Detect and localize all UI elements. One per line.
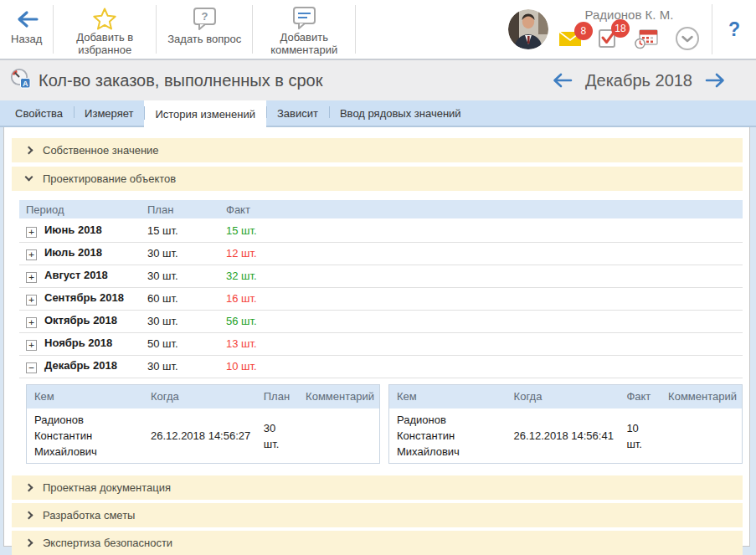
- fact-value: 13 шт.: [219, 332, 743, 355]
- detail-row: Радионов Константин Михайлович26.12.2018…: [389, 409, 743, 464]
- fact-value: 16 шт.: [219, 287, 743, 310]
- accordion-label: Собственное значение: [43, 144, 159, 157]
- detail-who: Радионов Константин Михайлович: [389, 409, 507, 464]
- period-table: Период План Факт +Июнь 201815 шт.15 шт.+…: [19, 200, 743, 378]
- ask-question-button[interactable]: ? Задать вопрос: [157, 0, 252, 59]
- calendar-button[interactable]: [634, 28, 660, 49]
- ask-question-label: Задать вопрос: [167, 33, 241, 45]
- tasks-notifications-button[interactable]: 18: [597, 28, 619, 49]
- accordion-design-objects[interactable]: Проектирование объектов: [12, 167, 743, 191]
- column-header-period: Период: [19, 200, 141, 219]
- tab-history[interactable]: История изменений: [144, 100, 266, 127]
- expand-row-icon[interactable]: +: [26, 272, 37, 283]
- accordion-label: Экспертиза безопасности: [43, 537, 172, 549]
- chevron-right-icon: [25, 539, 33, 547]
- tab-bar: СвойстваИзмеряетИстория измененийЗависит…: [0, 100, 756, 127]
- question-bubble-icon: ?: [190, 6, 219, 33]
- detail-who: Радионов Константин Михайлович: [27, 409, 143, 464]
- detail-column-header: Комментарий: [298, 384, 379, 409]
- accordion-own-value[interactable]: Собственное значение: [12, 138, 743, 162]
- page-title: A Кол-во заказов, выполненных в срок: [10, 68, 322, 93]
- detail-value: 30 шт.: [256, 409, 298, 464]
- expand-row-icon[interactable]: +: [26, 227, 37, 238]
- period-label: Декабрь 2018: [44, 359, 117, 372]
- plan-value: 30 шт.: [141, 310, 219, 332]
- next-period-button[interactable]: [705, 73, 726, 88]
- accordion-label: Разработка сметы: [43, 509, 135, 522]
- period-row[interactable]: +Август 201830 шт.32 шт.: [19, 265, 743, 287]
- tab-depends[interactable]: Зависит: [266, 100, 329, 126]
- detail-when: 26.12.2018 14:56:27: [143, 409, 256, 464]
- period-label: Июнь 2018: [44, 224, 102, 236]
- tasks-badge: 18: [611, 19, 630, 38]
- change-log-table: КемКогдаПланКомментарийРадионов Констант…: [26, 384, 380, 465]
- column-header-fact: Факт: [219, 200, 743, 219]
- help-button[interactable]: ?: [712, 18, 756, 41]
- period-table-body: +Июнь 201815 шт.15 шт.+Июль 201830 шт.12…: [19, 219, 743, 378]
- accordion-project-documentation[interactable]: Проектная документация: [12, 475, 743, 500]
- expand-user-menu-button[interactable]: [675, 26, 700, 51]
- title-bar: A Кол-во заказов, выполненных в срок Дек…: [0, 60, 756, 100]
- detail-column-header: Когда: [507, 384, 620, 409]
- add-comment-button[interactable]: Добавить комментарий: [253, 0, 355, 59]
- tab-series-input[interactable]: Ввод рядовых значений: [329, 100, 472, 126]
- add-to-favorites-button[interactable]: Добавить в избранное: [54, 0, 156, 59]
- back-button[interactable]: Назад: [0, 0, 53, 59]
- accordion-safety-expertise[interactable]: Экспертиза безопасности: [12, 531, 743, 555]
- detail-column-header: Кем: [27, 384, 143, 409]
- fact-value: 10 шт.: [219, 355, 743, 378]
- detail-tables: КемКогдаПланКомментарийРадионов Констант…: [26, 384, 743, 465]
- period-row[interactable]: +Октябрь 201830 шт.56 шт.: [19, 310, 743, 332]
- svg-text:A: A: [23, 80, 28, 88]
- svg-text:?: ?: [202, 10, 208, 23]
- expand-row-icon[interactable]: +: [26, 249, 37, 260]
- detail-comment: [298, 409, 379, 464]
- page-title-text: Кол-во заказов, выполненных в срок: [39, 71, 322, 90]
- period-label: Июль 2018: [44, 246, 102, 259]
- accordion-label: Проектная документация: [43, 481, 171, 494]
- plan-value: 30 шт.: [141, 265, 219, 287]
- previous-period-button[interactable]: [552, 73, 573, 88]
- collapse-row-icon[interactable]: −: [26, 362, 37, 373]
- chevron-down-circle-icon: [675, 26, 700, 51]
- period-row[interactable]: +Июнь 201815 шт.15 шт.: [19, 219, 743, 242]
- period-row[interactable]: +Ноябрь 201850 шт.13 шт.: [19, 332, 743, 355]
- chevron-right-icon: [25, 484, 33, 492]
- tab-properties[interactable]: Свойства: [4, 100, 74, 126]
- fact-value: 12 шт.: [219, 242, 743, 265]
- accordion-estimate-development[interactable]: Разработка сметы: [12, 503, 743, 527]
- detail-column-header: План: [256, 384, 298, 409]
- comment-bubble-icon: [290, 6, 318, 31]
- add-comment-label: Добавить комментарий: [264, 31, 344, 56]
- mail-notifications-button[interactable]: 8: [558, 30, 582, 47]
- expand-row-icon[interactable]: +: [26, 295, 37, 306]
- period-navigator: Декабрь 2018: [552, 71, 726, 90]
- period-table-header-row: Период План Факт: [19, 200, 743, 219]
- fact-value: 32 шт.: [219, 265, 743, 287]
- kpi-gauge-icon: A: [10, 68, 31, 93]
- expand-row-icon[interactable]: +: [26, 340, 37, 351]
- period-label: Август 2018: [44, 269, 108, 281]
- tab-measures[interactable]: Измеряет: [74, 100, 144, 126]
- period-label: Октябрь 2018: [44, 314, 117, 326]
- period-label: Сентябрь 2018: [44, 291, 124, 304]
- period-row[interactable]: +Сентябрь 201860 шт.16 шт.: [19, 287, 743, 310]
- period-row[interactable]: −Декабрь 201830 шт.10 шт.: [19, 355, 743, 378]
- toolbar-actions: Назад Добавить в избранное ? Задать вопр…: [0, 0, 356, 59]
- detail-row: Радионов Константин Михайлович26.12.2018…: [27, 409, 380, 464]
- expand-row-icon[interactable]: +: [26, 317, 37, 328]
- chevron-down-icon: [25, 173, 33, 182]
- toolbar-user-area: Радионов К. М. 8 18: [508, 0, 756, 59]
- user-avatar[interactable]: [508, 9, 548, 49]
- back-arrow-icon: [14, 6, 39, 33]
- accordion-label: Проектирование объектов: [43, 172, 176, 185]
- period-label: Ноябрь 2018: [44, 337, 112, 349]
- plan-value: 50 шт.: [141, 332, 219, 355]
- period-row[interactable]: +Июль 201830 шт.12 шт.: [19, 242, 743, 265]
- plan-value: 15 шт.: [141, 219, 219, 242]
- user-block: Радионов К. М. 8 18: [558, 8, 700, 51]
- plan-value: 30 шт.: [141, 242, 219, 265]
- back-label: Назад: [11, 33, 42, 45]
- favorites-label: Добавить в избранное: [64, 31, 145, 56]
- detail-column-header: Когда: [143, 384, 256, 409]
